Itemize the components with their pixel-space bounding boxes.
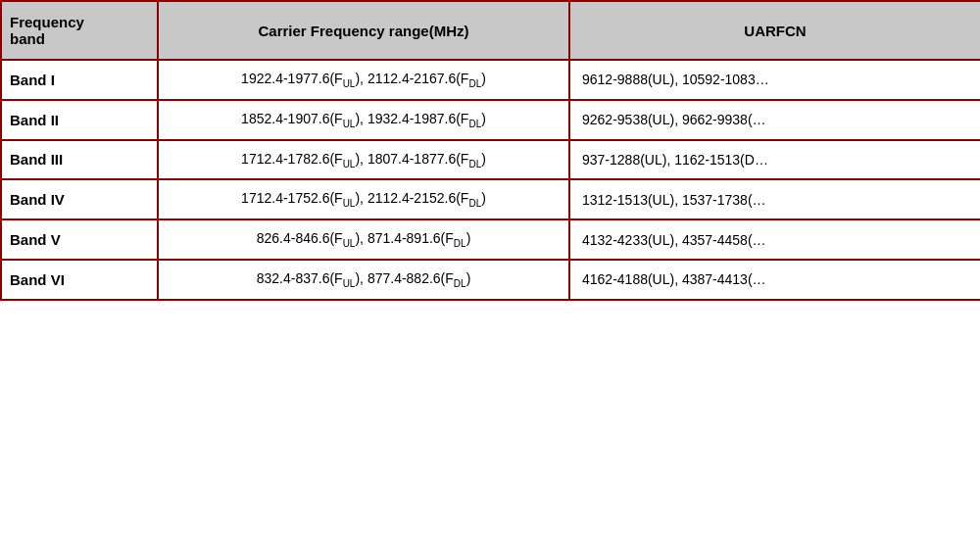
table-row: Band V826.4-846.6(FUL), 871.4-891.6(FDL)… [1,219,980,260]
table-row: Band II1852.4-1907.6(FUL), 1932.4-1987.6… [1,100,980,140]
frequency-range-cell: 1852.4-1907.6(FUL), 1932.4-1987.6(FDL) [158,100,569,140]
band-name-cell: Band IV [1,179,158,219]
uarfcn-cell: 4132-4233(UL), 4357-4458(… [569,219,980,260]
band-name-cell: Band I [1,60,158,100]
table-row: Band I1922.4-1977.6(FUL), 2112.4-2167.6(… [1,60,980,100]
band-name-cell: Band II [1,100,158,140]
uarfcn-cell: 9612-9888(UL), 10592-1083… [569,60,980,100]
frequency-range-cell: 1712.4-1782.6(FUL), 1807.4-1877.6(FDL) [158,140,569,180]
header-carrier-frequency: Carrier Frequency range(MHz) [158,1,569,60]
frequency-range-cell: 832.4-837.6(FUL), 877.4-882.6(FDL) [158,260,569,300]
band-name-cell: Band III [1,140,158,180]
uarfcn-cell: 4162-4188(UL), 4387-4413(… [569,260,980,300]
band-name-cell: Band VI [1,260,158,300]
frequency-range-cell: 1922.4-1977.6(FUL), 2112.4-2167.6(FDL) [158,60,569,100]
header-frequency-band: Frequencyband [1,1,158,60]
table-row: Band VI832.4-837.6(FUL), 877.4-882.6(FDL… [1,260,980,300]
uarfcn-cell: 1312-1513(UL), 1537-1738(… [569,179,980,219]
header-uarfcn: UARFCN [569,1,980,60]
table-row: Band IV1712.4-1752.6(FUL), 2112.4-2152.6… [1,179,980,219]
table-row: Band III1712.4-1782.6(FUL), 1807.4-1877.… [1,140,980,180]
frequency-range-cell: 826.4-846.6(FUL), 871.4-891.6(FDL) [158,219,569,260]
frequency-range-cell: 1712.4-1752.6(FUL), 2112.4-2152.6(FDL) [158,179,569,219]
frequency-band-table: Frequencyband Carrier Frequency range(MH… [0,0,980,533]
uarfcn-cell: 9262-9538(UL), 9662-9938(… [569,100,980,140]
band-name-cell: Band V [1,219,158,260]
uarfcn-cell: 937-1288(UL), 1162-1513(D… [569,140,980,180]
